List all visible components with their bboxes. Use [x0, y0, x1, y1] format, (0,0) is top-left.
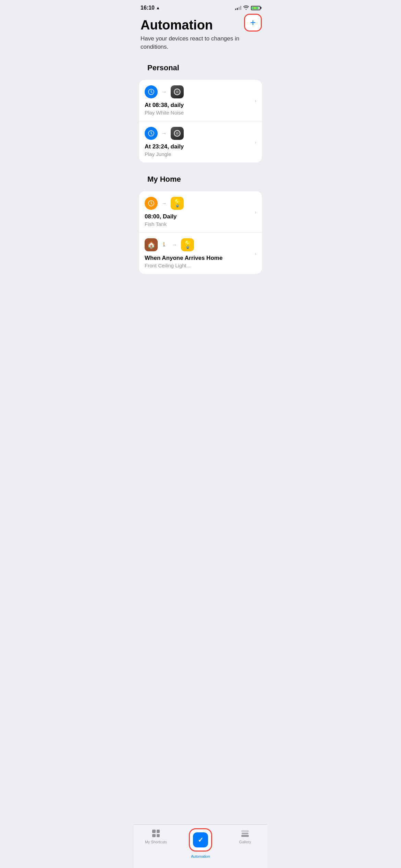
automation-title: At 23:24, daily: [145, 143, 256, 150]
page-title: Automation: [141, 18, 260, 33]
plus-icon: +: [250, 17, 256, 28]
personal-section-header: Personal: [134, 58, 267, 80]
chevron-right-icon: ›: [255, 97, 256, 103]
time-trigger-icon: [145, 85, 158, 98]
automation-row[interactable]: 🏠 🚶 → 💡 When Anyone Arrives Home Front C…: [139, 232, 262, 274]
row-icons: 🏠 🚶 → 💡: [145, 238, 256, 251]
home-arrival-trigger-icon: 🏠: [145, 238, 158, 251]
automation-title: When Anyone Arrives Home: [145, 255, 256, 262]
person-icon: 🚶: [162, 242, 167, 247]
add-button[interactable]: +: [244, 14, 262, 32]
app-icon-speaker: [171, 85, 184, 98]
page-subtitle: Have your devices react to changes in co…: [141, 35, 260, 51]
time-display: 16:10: [141, 5, 155, 11]
personal-automations-card: → At 08:38, daily Play White Noise › →: [139, 80, 262, 162]
automation-title: At 08:38, daily: [145, 102, 256, 109]
app-icon-lightbulb: 💡: [171, 197, 184, 210]
status-time: 16:10 ▲: [141, 5, 160, 11]
my-home-automations-card: → 💡 08:00, Daily Fish Tank › 🏠 🚶 → 💡: [139, 191, 262, 274]
automation-subtitle: Front Ceiling Light...: [145, 263, 256, 268]
automation-row[interactable]: → 💡 08:00, Daily Fish Tank ›: [139, 191, 262, 232]
main-content: + Automation Have your devices react to …: [134, 14, 267, 315]
chevron-right-icon: ›: [255, 139, 256, 145]
my-home-section-title: My Home: [141, 175, 260, 184]
my-home-section-header: My Home: [134, 169, 267, 191]
automation-row[interactable]: → At 23:24, daily Play Jungle ›: [139, 121, 262, 162]
arrow-icon: →: [162, 201, 167, 206]
wifi-icon: [243, 5, 249, 11]
time-trigger-icon: [145, 127, 158, 140]
speaker-visual: [174, 130, 181, 137]
page-header: + Automation Have your devices react to …: [134, 14, 267, 51]
arrow-icon: →: [162, 89, 167, 95]
row-icons: →: [145, 85, 256, 98]
app-icon-lightbulb: 💡: [181, 238, 194, 251]
time-trigger-icon: [145, 197, 158, 210]
automation-subtitle: Play Jungle: [145, 151, 256, 157]
personal-section-title: Personal: [141, 63, 260, 72]
row-icons: → 💡: [145, 197, 256, 210]
arrow-icon: →: [172, 242, 177, 248]
battery-bolt-icon: ⚡: [253, 7, 257, 10]
status-bar: 16:10 ▲ ⚡: [134, 0, 267, 14]
automation-subtitle: Fish Tank: [145, 221, 256, 227]
speaker-visual: [174, 88, 181, 95]
signal-icon: [235, 6, 241, 10]
app-icon-speaker: [171, 127, 184, 140]
battery-fill: ⚡: [252, 7, 258, 9]
status-icons: ⚡: [235, 5, 260, 11]
automation-subtitle: Play White Noise: [145, 110, 256, 116]
chevron-right-icon: ›: [255, 209, 256, 215]
chevron-right-icon: ›: [255, 250, 256, 256]
row-icons: →: [145, 127, 256, 140]
battery-icon: ⚡: [251, 6, 260, 10]
arrow-icon: →: [162, 131, 167, 136]
automation-row[interactable]: → At 08:38, daily Play White Noise ›: [139, 80, 262, 121]
location-arrow-icon: ▲: [156, 5, 160, 10]
automation-title: 08:00, Daily: [145, 213, 256, 220]
